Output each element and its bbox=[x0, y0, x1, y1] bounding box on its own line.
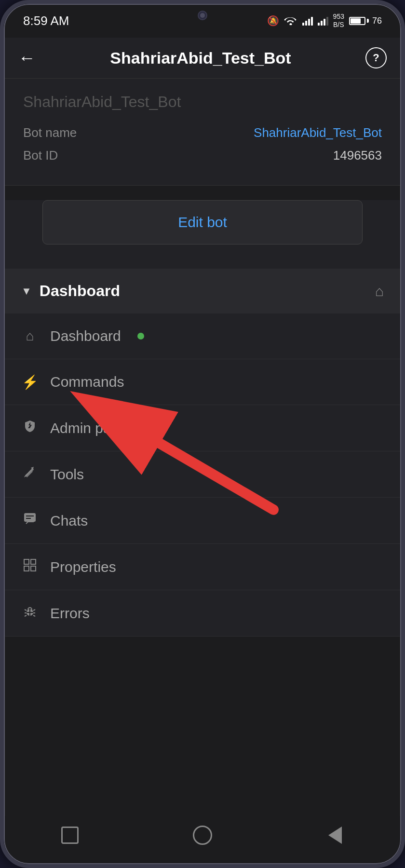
sidebar-item-chats[interactable]: Chats bbox=[4, 498, 401, 544]
svg-rect-3 bbox=[24, 559, 29, 564]
sidebar-item-dashboard[interactable]: ⌂ Dashboard bbox=[4, 313, 401, 359]
chats-label: Chats bbox=[50, 513, 88, 529]
phone-frame: 8:59 AM 🔕 bbox=[0, 0, 405, 868]
bot-name-value: ShahriarAbid_Test_Bot bbox=[254, 125, 382, 140]
sidebar-item-errors[interactable]: Errors bbox=[4, 590, 401, 637]
svg-line-12 bbox=[25, 615, 27, 616]
nav-recent-button[interactable] bbox=[55, 821, 84, 850]
tools-label: Tools bbox=[50, 466, 84, 483]
commands-label: Commands bbox=[50, 374, 124, 390]
dashboard-section: ▼ Dashboard ⌂ ⌂ Dashboard ⚡ Commands Adm… bbox=[4, 269, 401, 637]
svg-line-8 bbox=[25, 610, 27, 610]
dashboard-header[interactable]: ▼ Dashboard ⌂ bbox=[4, 269, 401, 313]
sidebar-item-admin-panel[interactable]: Admin panel bbox=[4, 405, 401, 451]
camera-dot bbox=[200, 13, 205, 18]
status-icons: 🔕 953 bbox=[267, 13, 382, 29]
sidebar-item-commands[interactable]: ⚡ Commands bbox=[4, 359, 401, 405]
battery-percent: 76 bbox=[372, 16, 382, 26]
online-status-dot bbox=[137, 333, 144, 339]
svg-line-13 bbox=[33, 615, 35, 616]
lightning-icon: ⚡ bbox=[21, 374, 39, 390]
nav-bar bbox=[4, 816, 401, 864]
bug-icon bbox=[21, 605, 39, 622]
svg-rect-5 bbox=[24, 566, 29, 571]
home-nav-icon bbox=[193, 826, 212, 845]
bot-id-value: 1496563 bbox=[333, 148, 382, 163]
home-header-icon: ⌂ bbox=[375, 283, 384, 299]
admin-panel-label: Admin panel bbox=[50, 420, 131, 436]
status-time: 8:59 AM bbox=[23, 14, 69, 28]
camera-notch bbox=[198, 11, 207, 20]
properties-label: Properties bbox=[50, 559, 116, 575]
bot-username-placeholder: ShahriarAbid_Test_Bot bbox=[23, 93, 382, 111]
back-nav-icon bbox=[328, 827, 342, 844]
svg-rect-6 bbox=[31, 566, 36, 571]
svg-line-9 bbox=[33, 610, 35, 610]
errors-label: Errors bbox=[50, 605, 90, 622]
bot-id-label: Bot ID bbox=[23, 148, 58, 163]
edit-bot-button[interactable]: Edit bot bbox=[42, 200, 363, 244]
grid-icon bbox=[21, 558, 39, 575]
bot-name-row: Bot name ShahriarAbid_Test_Bot bbox=[23, 125, 382, 140]
chat-icon bbox=[21, 512, 39, 529]
battery-indicator: 76 bbox=[349, 16, 382, 26]
sidebar-item-properties[interactable]: Properties bbox=[4, 544, 401, 590]
recent-apps-icon bbox=[61, 827, 79, 844]
help-button[interactable]: ? bbox=[365, 47, 387, 68]
shield-icon bbox=[21, 420, 39, 436]
svg-rect-0 bbox=[24, 513, 36, 522]
page-title: ShahriarAbid_Test_Bot bbox=[36, 49, 365, 68]
chevron-down-icon: ▼ bbox=[21, 285, 32, 298]
bot-id-row: Bot ID 1496563 bbox=[23, 148, 382, 163]
home-icon: ⌂ bbox=[21, 328, 39, 344]
signal-bars-2 bbox=[318, 16, 328, 26]
status-bar: 8:59 AM 🔕 bbox=[4, 4, 401, 38]
mute-icon: 🔕 bbox=[267, 15, 279, 27]
bot-name-label: Bot name bbox=[23, 125, 77, 140]
dashboard-label: Dashboard bbox=[50, 328, 121, 344]
edit-bot-label: Edit bot bbox=[178, 214, 227, 230]
tools-icon bbox=[21, 466, 39, 483]
svg-rect-4 bbox=[31, 559, 36, 564]
dashboard-title-row: ▼ Dashboard bbox=[21, 282, 120, 300]
bot-info-section: ShahriarAbid_Test_Bot Bot name ShahriarA… bbox=[4, 79, 401, 186]
signal-bars bbox=[302, 16, 313, 26]
sidebar-item-tools[interactable]: Tools bbox=[4, 451, 401, 498]
nav-home-button[interactable] bbox=[188, 821, 217, 850]
nav-back-button[interactable] bbox=[321, 821, 350, 850]
back-button[interactable]: ← bbox=[18, 48, 36, 68]
top-bar: ← ShahriarAbid_Test_Bot ? bbox=[4, 38, 401, 79]
wifi-icon bbox=[284, 14, 297, 27]
dashboard-title: Dashboard bbox=[40, 282, 120, 300]
speed-indicator: 953 B/S bbox=[333, 13, 344, 29]
